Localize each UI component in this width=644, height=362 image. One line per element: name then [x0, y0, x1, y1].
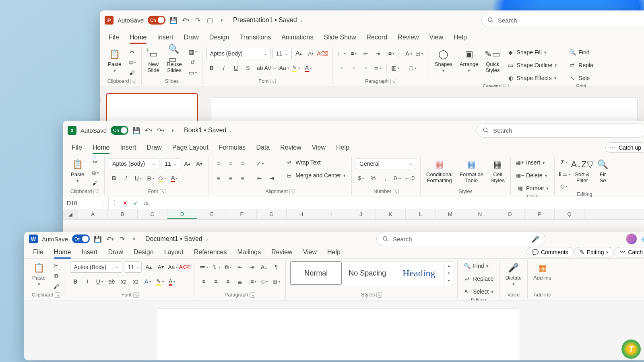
conditional-formatting-button[interactable]: ▦Conditional Formatting [425, 158, 454, 184]
col-h[interactable]: H [287, 209, 316, 219]
col-g[interactable]: G [257, 209, 287, 219]
shadow-icon[interactable]: S [243, 64, 253, 72]
align-middle-icon[interactable]: ≡ [225, 159, 235, 168]
tab-insert[interactable]: Insert [115, 142, 141, 154]
search-input[interactable]: Search [477, 123, 644, 138]
font-launcher-icon[interactable]: ↘ [270, 79, 276, 84]
col-i[interactable]: I [316, 209, 346, 219]
bold-icon[interactable]: B [109, 174, 119, 183]
tab-review[interactable]: Review [266, 246, 297, 258]
tab-review[interactable]: Review [393, 31, 423, 43]
tab-view[interactable]: View [298, 246, 322, 258]
col-d[interactable]: D [167, 209, 197, 219]
save-icon[interactable]: 💾 [94, 235, 102, 243]
change-case-icon[interactable]: Aa [167, 263, 178, 272]
mic-icon[interactable]: 🎤 [531, 235, 539, 243]
delete-cells-button[interactable]: ▦−Delete▾ [515, 171, 550, 180]
col-q[interactable]: Q [555, 209, 584, 219]
cancel-icon[interactable]: ✕ [120, 199, 130, 208]
font-size-combo[interactable]: 11⌄ [272, 48, 292, 59]
paste-button[interactable]: 📋Paste▾ [69, 158, 86, 184]
search-input[interactable]: Search [481, 13, 644, 27]
orientation-icon[interactable]: ⤢ [254, 159, 265, 168]
col-p[interactable]: P [525, 209, 555, 219]
tab-data[interactable]: Data [251, 142, 275, 154]
italic-icon[interactable]: I [82, 277, 93, 286]
styles-gallery[interactable]: Normal No Spacing Heading ▴▾▾ [290, 261, 453, 285]
col-l[interactable]: L [406, 209, 436, 219]
redo-icon[interactable]: ↷ [194, 16, 202, 24]
align-top-icon[interactable]: ≡ [213, 159, 223, 168]
fill-color-icon[interactable]: ◇ [157, 174, 167, 183]
format-painter-icon[interactable]: 🖌 [51, 282, 62, 291]
quick-styles-button[interactable]: ✎▭Quick Styles [484, 47, 501, 74]
line-spacing-icon[interactable]: ↕≡ [247, 277, 257, 286]
highlight-icon[interactable]: ✎ [155, 277, 165, 286]
present-icon[interactable]: ▢ [206, 16, 214, 24]
bullets-icon[interactable]: ≔ [198, 263, 209, 272]
dictate-button[interactable]: 🎤Dictate▾ [504, 261, 523, 288]
tab-home[interactable]: Home [88, 142, 115, 154]
customize-qat-icon[interactable]: ▾ [169, 126, 177, 134]
save-icon[interactable]: 💾 [169, 16, 178, 24]
smartart-icon[interactable]: ⬡ [407, 64, 418, 72]
document-title[interactable]: Book1 • Saved⌄ [184, 127, 232, 134]
col-b[interactable]: B [108, 209, 138, 219]
clear-icon[interactable]: ◇ [559, 182, 569, 191]
formula-bar-input[interactable] [152, 197, 644, 209]
document-title[interactable]: Presentation1 • Saved⌄ [233, 16, 303, 24]
align-right-icon[interactable]: ≡ [223, 277, 233, 286]
copy-icon[interactable]: ⧉ [90, 168, 100, 177]
columns-icon[interactable]: ▥ [390, 64, 400, 72]
decrease-font-icon[interactable]: A▾ [155, 263, 166, 272]
tab-help[interactable]: Help [331, 142, 354, 154]
find-select-button[interactable]: 🔍Fir Se [595, 158, 611, 184]
cell-styles-button[interactable]: ▦Cell Styles [489, 158, 506, 184]
increase-indent-icon[interactable]: ⇥ [247, 263, 257, 272]
fx-icon[interactable]: fx [141, 200, 152, 206]
cut-icon[interactable]: ✂ [127, 47, 137, 56]
word-page[interactable] [157, 309, 519, 360]
tab-transitions[interactable]: Transitions [235, 31, 276, 43]
tab-insert[interactable]: Insert [76, 246, 102, 258]
tab-draw[interactable]: Draw [103, 246, 128, 258]
strikethrough-icon[interactable]: ab [255, 64, 265, 72]
style-normal[interactable]: Normal [290, 261, 342, 285]
wrap-text-button[interactable]: ↵Wrap Text [284, 158, 347, 167]
change-case-icon[interactable]: Aa [279, 64, 289, 72]
borders-icon[interactable]: ⊞ [271, 277, 281, 286]
undo-icon[interactable]: ↶▾ [182, 16, 190, 24]
decrease-font-icon[interactable]: A▾ [305, 49, 316, 58]
decrease-decimal-icon[interactable]: ←.0 [404, 174, 415, 183]
document-title[interactable]: Document1 • Saved⌄ [145, 235, 208, 243]
italic-icon[interactable]: I [121, 174, 131, 183]
tab-insert[interactable]: Insert [152, 31, 178, 43]
increase-font-icon[interactable]: A▴ [293, 49, 304, 58]
font-color-icon[interactable]: A [169, 174, 180, 183]
format-painter-icon[interactable]: 🖌 [90, 179, 100, 187]
tab-mailings[interactable]: Mailings [233, 246, 266, 258]
select-all-corner[interactable]: ◢ [63, 209, 78, 219]
shape-fill-button[interactable]: ◆Shape Fill▾ [506, 47, 559, 57]
font-name-combo[interactable]: Aptos (Body)⌄ [70, 261, 122, 273]
autosave-toggle[interactable]: On [72, 234, 90, 243]
align-left-icon[interactable]: ≡ [213, 174, 223, 183]
redo-icon[interactable]: ↷▾ [157, 126, 165, 134]
justify-icon[interactable]: ≣ [373, 64, 383, 72]
font-launcher-icon[interactable]: ↘ [133, 292, 139, 298]
tab-references[interactable]: References [189, 246, 232, 258]
font-size-combo[interactable]: 11⌄ [124, 261, 142, 273]
find-button[interactable]: 🔍Find▾ [462, 261, 495, 271]
line-spacing-icon[interactable]: ↕≡ [385, 49, 395, 58]
increase-indent-icon[interactable]: ⇥ [266, 174, 277, 183]
align-bottom-icon[interactable]: ≡ [237, 159, 248, 168]
select-button[interactable]: ↖Select▾ [462, 287, 495, 296]
font-size-combo[interactable]: 11⌄ [161, 158, 180, 169]
redo-icon[interactable]: ↷ [118, 235, 126, 243]
shading-icon[interactable]: ◇ [259, 277, 269, 286]
tab-file[interactable]: File [67, 142, 87, 154]
enter-icon[interactable]: ✓ [130, 199, 141, 208]
show-marks-icon[interactable]: ¶ [271, 263, 281, 272]
fill-icon[interactable]: ⬇▭ [559, 170, 569, 179]
subscript-icon[interactable]: x2 [118, 277, 129, 286]
